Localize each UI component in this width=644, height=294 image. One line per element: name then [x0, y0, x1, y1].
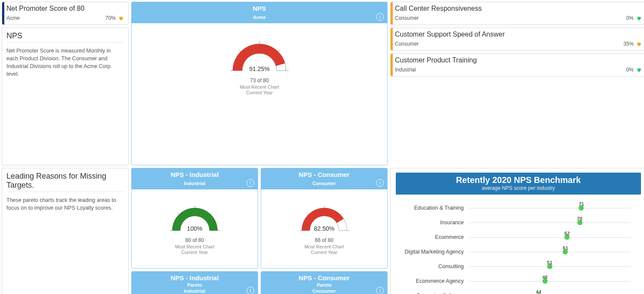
gauge-pct: 100%	[187, 225, 203, 232]
metric-card[interactable]: Call Center Responsiveness Consumer 0%	[390, 2, 644, 25]
bench-row: Enterprise Software44	[396, 288, 641, 294]
bench-row: Insurance70	[396, 215, 641, 230]
nps-description-panel: NPS Net Promoter Score is measured Month…	[2, 28, 129, 165]
bench-value: 71	[579, 201, 584, 207]
svg-line-6	[177, 213, 179, 215]
bench-label: Ecommerce Agency	[396, 278, 469, 284]
bench-track: 44	[469, 288, 641, 294]
gauge-of: 73 of 80	[250, 77, 268, 84]
tile-header: NPS - Consumer Pareto Consumer i	[261, 272, 387, 294]
tile-nps-industrial[interactable]: NPS - Industrial Industrial i 100% 80 of…	[131, 168, 258, 269]
gauge-line1: Most Recent Chart	[305, 244, 344, 249]
nps-summary-card[interactable]: Net Promoter Score of 80 Acme 70%	[2, 2, 129, 25]
metric-sub: Consumer	[395, 41, 419, 47]
tile-sub1: Pareto	[133, 282, 256, 288]
gauge-of: 66 of 80	[315, 237, 333, 243]
bench-value: 62	[564, 231, 570, 236]
tile-title: NPS - Industrial	[133, 171, 256, 178]
bench-label: Digital Marketing Agency	[396, 249, 469, 255]
tile-pareto-consumer[interactable]: NPS - Consumer Pareto Consumer i 0204060…	[261, 271, 388, 294]
metric-title: Customer Product Training	[395, 56, 642, 64]
tile-nps-consumer[interactable]: NPS - Consumer Consumer i 82.50% 66 of 8…	[261, 168, 388, 269]
metric-card[interactable]: Customer Product Training Industrial 0%	[390, 53, 644, 77]
bench-track: 61	[469, 244, 641, 259]
svg-line-1	[239, 50, 240, 52]
card-stripe	[391, 28, 393, 50]
info-icon[interactable]: i	[376, 287, 384, 294]
tile-title: NPS - Industrial	[133, 274, 256, 282]
heart-icon	[636, 67, 642, 73]
gauge-line1: Most Recent Chart	[240, 84, 279, 90]
metric-title: Call Center Responsiveness	[395, 5, 642, 12]
gauge-acme: 91.25% 73 of 80 Most Recent Chart Curren…	[134, 28, 385, 95]
heart-icon	[636, 41, 642, 47]
tile-title: NPS - Consumer	[263, 171, 385, 178]
info-icon[interactable]: i	[247, 287, 254, 294]
gauge-line1: Most Recent Chart	[175, 244, 215, 249]
bench-track: 48	[469, 274, 641, 288]
gauge-pct: 82.50%	[314, 225, 334, 232]
nps-summary-title: Net Promoter Score of 80	[6, 5, 124, 12]
svg-line-8	[211, 213, 213, 215]
gauge-pct: 91.25%	[249, 65, 269, 72]
bench-label: Ecommerce	[396, 234, 469, 240]
bench-value: 48	[542, 275, 548, 280]
metric-card[interactable]: Customer Support Speed of Answer Consume…	[390, 28, 644, 51]
bench-track: 71	[469, 201, 641, 215]
card-stripe	[2, 2, 4, 25]
tile-sub2: Industrial	[133, 288, 256, 294]
tile-nps-acme[interactable]: NPS Acme i 91.25% 73 of 80 Most Recent C…	[131, 2, 388, 165]
heart-icon	[118, 15, 124, 21]
tile-title: NPS	[133, 5, 385, 12]
nps-summary-pct: 70%	[105, 15, 118, 21]
bench-label: Insurance	[396, 220, 469, 226]
tile-header: NPS - Industrial Industrial i	[132, 168, 258, 189]
info-icon[interactable]: i	[376, 13, 384, 21]
bench-value: 51	[547, 260, 552, 265]
info-icon[interactable]: i	[247, 179, 254, 187]
bench-subtitle: average NPS score per industry	[397, 185, 639, 191]
bench-row: Education & Training71	[396, 201, 641, 215]
heart-icon	[636, 15, 642, 21]
gauge-line2: Current Year	[182, 250, 208, 255]
tile-title: NPS - Consumer	[263, 274, 385, 282]
tile-header: NPS Acme i	[132, 2, 387, 23]
card-stripe	[391, 2, 393, 25]
bench-row: Digital Marketing Agency61	[396, 244, 641, 259]
gauge-line2: Current Year	[246, 90, 273, 95]
gauge-of: 80 of 80	[185, 237, 204, 243]
tile-header: NPS - Consumer Consumer i	[261, 168, 387, 189]
bench-title: Retently 2020 NPS Benchmark	[397, 175, 639, 185]
svg-line-3	[278, 50, 280, 52]
nps-summary-sub: Acme	[6, 15, 20, 21]
panel-heading: Leading Reasons for Missing Targets.	[6, 172, 124, 192]
metric-pct: 0%	[626, 15, 636, 21]
tile-pareto-industrial[interactable]: NPS - Industrial Pareto Industrial i 020…	[131, 271, 258, 294]
panel-body: These pareto charts track the leading ar…	[6, 195, 124, 212]
gauge-line2: Current Year	[311, 250, 338, 255]
panel-heading: NPS	[6, 31, 124, 43]
bench-label: Consulting	[396, 263, 469, 269]
metric-sub: Industrial	[395, 67, 416, 73]
tile-header: NPS - Industrial Pareto Industrial i	[132, 272, 258, 294]
card-stripe	[391, 54, 393, 76]
benchmark-panel: Retently 2020 NPS Benchmark average NPS …	[390, 168, 644, 294]
tile-sub2: Consumer	[263, 288, 385, 294]
panel-body: Net Promoter Score is measured Monthly i…	[6, 45, 124, 78]
gauge-consumer: 82.50% 66 of 80 Most Recent Chart Curren…	[264, 194, 385, 255]
bench-row: Consulting51	[396, 259, 641, 274]
metric-pct: 0%	[626, 67, 636, 73]
bench-label: Education & Training	[396, 205, 469, 211]
bench-value: 44	[536, 289, 541, 294]
tile-sub1: Pareto	[263, 282, 385, 288]
bench-row: Ecommerce Agency48	[396, 274, 641, 288]
metric-sub: Consumer	[395, 15, 419, 21]
svg-line-11	[307, 213, 308, 215]
info-icon[interactable]: i	[376, 179, 384, 187]
bench-track: 70	[469, 215, 641, 230]
metric-title: Customer Support Speed of Answer	[395, 31, 642, 38]
gauge-industrial: 100% 80 of 80 Most Recent Chart Current …	[134, 194, 255, 255]
bench-track: 51	[469, 259, 641, 274]
bench-track: 62	[469, 230, 641, 244]
tile-sub: Industrial	[133, 181, 256, 186]
